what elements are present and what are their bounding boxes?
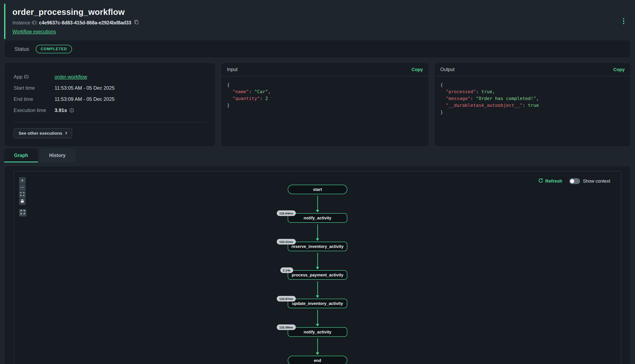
flow-node-label: reserve_inventory_activity <box>291 244 344 249</box>
view-tabs: Graph History <box>4 148 631 162</box>
flow-node-wrap: update_inventory_activity 133.97ms <box>288 299 347 308</box>
flow-node-label: update_inventory_activity <box>292 301 343 306</box>
code-line: "__durabletask_autoobject__": true <box>440 102 625 109</box>
flow-node-process_payment_activity[interactable]: process_payment_activity <box>288 270 347 280</box>
code-line: "processed": true, <box>440 88 625 95</box>
workflow-header: order_processing_workflow Instance ID: c… <box>4 4 631 39</box>
graph-toolbar: Refresh Show context <box>538 178 610 184</box>
flow-edge-arrow <box>316 337 319 356</box>
detail-row: App ID order-workflow <box>14 71 206 82</box>
instance-id-value: c4e9637c-8d83-415d-868a-e2924bd8ad33 <box>39 20 131 26</box>
code-line: } <box>440 109 625 116</box>
input-json: { "name": "Car", "quantity": 2} <box>221 76 429 114</box>
see-other-executions-button[interactable]: See other executions <box>14 128 72 138</box>
status-label: Status <box>15 46 29 52</box>
kebab-dot <box>623 18 624 20</box>
flow-node-wrap: notify_activity 132.64ms <box>288 213 347 223</box>
page-title: order_processing_workflow <box>13 8 631 17</box>
refresh-button[interactable]: Refresh <box>538 178 562 184</box>
duration-badge: 132.58ms <box>277 324 296 330</box>
refresh-label: Refresh <box>545 178 562 184</box>
show-context-toggle[interactable] <box>569 178 580 184</box>
tab-graph[interactable]: Graph <box>4 148 38 162</box>
output-json: { "processed": true, "message": "Order h… <box>434 76 630 120</box>
output-panel: Output Copy { "processed": true, "messag… <box>434 62 631 147</box>
flow-node-notify_activity[interactable]: notify_activity <box>288 213 347 223</box>
detail-row: Execution time 3.91s <box>14 105 206 116</box>
output-panel-header: Output Copy <box>434 63 630 76</box>
input-panel: Input Copy { "name": "Car", "quantity": … <box>221 62 429 147</box>
zoom-in-button[interactable]: + <box>19 177 26 184</box>
show-context-label: Show context <box>583 178 610 184</box>
flow-node-end[interactable]: end <box>288 356 347 364</box>
flow-node-wrap: end <box>288 356 347 364</box>
details-divider <box>14 122 206 122</box>
kebab-menu-button[interactable] <box>621 16 626 26</box>
edge-arrowhead-icon <box>316 210 319 212</box>
status-bar: Status COMPLETED <box>4 40 631 58</box>
edge-line <box>317 196 318 210</box>
edge-arrowhead-icon <box>316 324 319 326</box>
copy-icon <box>134 20 139 26</box>
code-line: { <box>227 82 423 88</box>
detail-rows: App ID order-workflow Start time 11:53:0… <box>14 71 206 116</box>
detail-value: 3.91s <box>55 108 206 113</box>
detail-label: End time <box>14 96 55 102</box>
edge-line <box>317 310 318 324</box>
flow-node-wrap: start <box>288 185 347 194</box>
edge-line <box>317 224 318 238</box>
fit-view-button[interactable] <box>19 191 26 198</box>
output-panel-title: Output <box>440 67 454 72</box>
flow-node-label: end <box>314 358 321 363</box>
flow-node-wrap: reserve_inventory_activity 133.31ms <box>288 242 347 251</box>
detail-row: End time 11:53:09 AM - 05 Dec 2025 <box>14 94 206 105</box>
graph-zoom-controls: + − <box>19 177 27 217</box>
flow-edge-arrow <box>316 280 319 299</box>
input-panel-title: Input <box>227 67 238 72</box>
toggle-knob <box>570 179 574 183</box>
instance-id-label: Instance ID: <box>13 20 38 26</box>
flow-edge-arrow <box>316 194 319 213</box>
copy-input-button[interactable]: Copy <box>412 67 423 72</box>
edge-line <box>317 253 318 267</box>
edge-arrowhead-icon <box>316 296 319 298</box>
flow-node-reserve_inventory_activity[interactable]: reserve_inventory_activity <box>288 242 347 251</box>
detail-label: App ID <box>14 74 55 80</box>
lock-button[interactable] <box>19 198 26 205</box>
code-line: } <box>227 102 423 109</box>
duration-badge: 132.64ms <box>277 210 296 216</box>
app-id-link[interactable]: order-workflow <box>55 74 206 80</box>
edge-arrowhead-icon <box>316 267 319 270</box>
workflow-executions-link[interactable]: Workflow executions <box>13 29 56 34</box>
edge-arrowhead-icon <box>316 238 319 241</box>
tab-history[interactable]: History <box>39 148 76 162</box>
copy-output-button[interactable]: Copy <box>613 67 625 72</box>
flow-node-notify_activity[interactable]: notify_activity <box>288 327 347 337</box>
instance-id-row: Instance ID: c4e9637c-8d83-415d-868a-e29… <box>13 20 631 26</box>
flow-node-label: start <box>313 187 322 192</box>
input-panel-header: Input Copy <box>221 63 429 76</box>
see-other-executions-label: See other executions <box>19 131 62 136</box>
duration-badge: 2.14s <box>280 268 293 273</box>
flow-node-start[interactable]: start <box>288 185 347 194</box>
zoom-out-button[interactable]: − <box>19 184 26 191</box>
chevron-right-icon <box>65 131 67 136</box>
fullscreen-button[interactable] <box>19 209 27 216</box>
flow-node-label: process_payment_activity <box>292 273 343 278</box>
detail-label: Execution time <box>14 108 55 113</box>
flow-node-update_inventory_activity[interactable]: update_inventory_activity <box>288 299 347 308</box>
lock-icon <box>21 199 24 204</box>
fit-view-icon <box>20 192 25 198</box>
detail-value: 11:53:09 AM - 05 Dec 2025 <box>55 96 206 102</box>
details-panel: App ID order-workflow Start time 11:53:0… <box>4 62 216 147</box>
flow-edge-arrow <box>316 251 319 270</box>
code-line: { <box>440 82 625 88</box>
copy-instance-id-button[interactable] <box>134 20 139 26</box>
code-line: "message": "Order has completed!", <box>440 95 625 102</box>
info-icon[interactable] <box>70 108 74 112</box>
graph-card: + − <box>4 166 631 364</box>
controls-gap <box>19 205 27 209</box>
code-line: "quantity": 2 <box>227 95 423 102</box>
graph-viewport[interactable]: + − <box>14 171 621 364</box>
duration-badge: 133.97ms <box>277 296 296 302</box>
